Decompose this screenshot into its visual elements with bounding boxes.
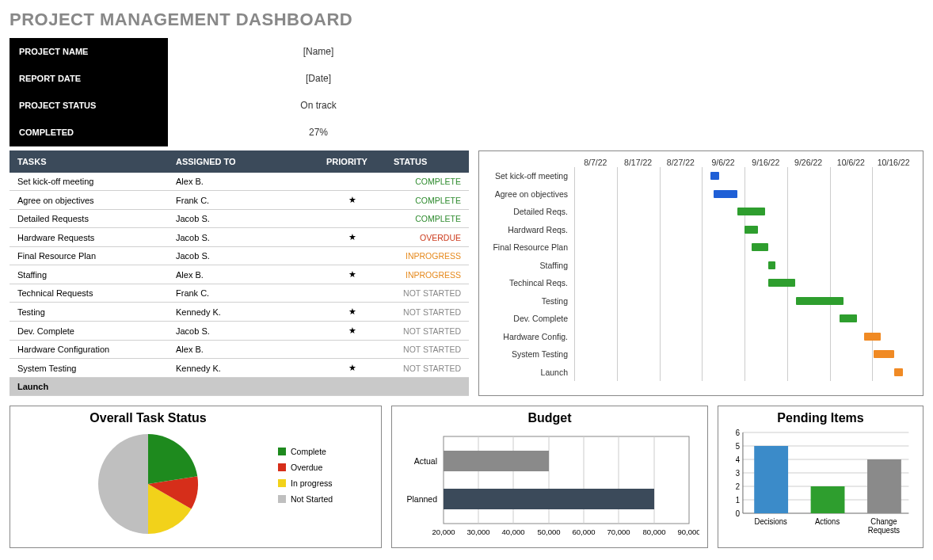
svg-rect-7 bbox=[444, 451, 549, 471]
svg-text:30,000: 30,000 bbox=[466, 528, 489, 536]
gantt-label: Hardware Config. bbox=[479, 332, 574, 341]
svg-rect-34 bbox=[754, 446, 788, 513]
gantt-bar bbox=[744, 226, 758, 234]
svg-text:Planned: Planned bbox=[406, 494, 437, 504]
gantt-bar bbox=[874, 350, 894, 358]
gantt-row: Agree on objectives bbox=[479, 185, 915, 204]
gantt-row: Final Resource Plan bbox=[479, 238, 915, 257]
svg-text:60,000: 60,000 bbox=[572, 528, 595, 536]
gantt-label: Set kick-off meeting bbox=[479, 171, 574, 181]
svg-text:6: 6 bbox=[736, 429, 740, 437]
svg-text:Actual: Actual bbox=[414, 456, 437, 466]
gantt-label: Hardward Reqs. bbox=[479, 225, 574, 234]
pie-legend: CompleteOverdueIn progressNot Started bbox=[278, 411, 373, 539]
legend-swatch bbox=[278, 479, 286, 487]
gantt-date: 8/7/22 bbox=[574, 158, 617, 167]
svg-text:0: 0 bbox=[736, 509, 741, 518]
value-completed: 27% bbox=[168, 127, 469, 138]
budget-chart-card: Budget Actual Planned 20,00030,00040,000… bbox=[391, 406, 708, 548]
legend-item: Not Started bbox=[278, 494, 373, 504]
legend-item: Complete bbox=[278, 447, 373, 456]
gantt-label: Testing bbox=[479, 296, 574, 306]
pie-chart-card: Overall Task Status CompleteOverd bbox=[10, 406, 382, 548]
tasks-table: TASKS ASSIGNED TO PRIORITY STATUS Set ki… bbox=[10, 150, 469, 396]
svg-text:2: 2 bbox=[736, 482, 740, 491]
table-row: StaffingAlex B.★INPROGRESS bbox=[10, 265, 469, 284]
svg-text:Change: Change bbox=[870, 517, 897, 526]
gantt-date: 9/26/22 bbox=[787, 158, 830, 167]
svg-text:Decisions: Decisions bbox=[755, 517, 787, 526]
pie-chart bbox=[89, 429, 208, 539]
table-row: Set kick-off meetingAlex B.COMPLETE bbox=[10, 173, 469, 191]
gantt-row: Dev. Complete bbox=[479, 310, 915, 328]
legend-swatch bbox=[278, 463, 286, 471]
gantt-label: System Testing bbox=[479, 349, 574, 359]
gantt-date: 10/6/22 bbox=[830, 158, 873, 167]
gantt-bar bbox=[894, 368, 903, 376]
gantt-label: Launch bbox=[479, 368, 574, 377]
value-report-date: [Date] bbox=[168, 73, 469, 84]
svg-text:80,000: 80,000 bbox=[642, 528, 665, 536]
legend-swatch bbox=[278, 495, 286, 503]
label-project-status: PROJECT STATUS bbox=[10, 92, 168, 120]
gantt-row: Hardware Config. bbox=[479, 328, 915, 346]
gantt-row: Staffing bbox=[479, 257, 915, 275]
page-title: PROJECT MANAGEMENT DASHBOARD bbox=[10, 10, 923, 30]
th-assigned: ASSIGNED TO bbox=[168, 150, 318, 173]
value-project-status: On track bbox=[168, 100, 469, 111]
table-row: Detailed RequestsJacob S.COMPLETE bbox=[10, 210, 469, 228]
table-row: Hardware ConfigurationAlex B.NOT STARTED bbox=[10, 341, 469, 359]
svg-text:20,000: 20,000 bbox=[432, 528, 455, 536]
label-project-name: PROJECT NAME bbox=[10, 38, 168, 66]
gantt-row: Techincal Reqs. bbox=[479, 274, 915, 292]
svg-text:70,000: 70,000 bbox=[607, 528, 630, 536]
gantt-row: Hardward Reqs. bbox=[479, 221, 915, 239]
gantt-bar bbox=[840, 314, 857, 322]
gantt-label: Staffing bbox=[479, 261, 574, 270]
svg-text:50,000: 50,000 bbox=[537, 528, 560, 536]
svg-text:1: 1 bbox=[736, 496, 740, 505]
gantt-chart: 8/7/228/17/228/27/229/6/229/16/229/26/22… bbox=[478, 150, 923, 396]
legend-swatch bbox=[278, 448, 286, 455]
launch-row: Launch bbox=[10, 378, 469, 396]
label-report-date: REPORT DATE bbox=[10, 65, 168, 93]
budget-chart: Actual Planned 20,00030,00040,000 50,000… bbox=[400, 429, 699, 539]
gantt-label: Detailed Reqs. bbox=[479, 207, 574, 216]
pie-title: Overall Task Status bbox=[18, 411, 278, 425]
svg-rect-36 bbox=[867, 459, 901, 513]
gantt-row: Testing bbox=[479, 292, 915, 310]
table-row: TestingKennedy K.★NOT STARTED bbox=[10, 303, 469, 322]
project-info: PROJECT NAME [Name] REPORT DATE [Date] P… bbox=[10, 38, 469, 146]
svg-rect-35 bbox=[811, 486, 845, 513]
gantt-bar bbox=[752, 243, 769, 251]
tasks-table-panel: TASKS ASSIGNED TO PRIORITY STATUS Set ki… bbox=[10, 150, 469, 396]
gantt-row: Launch bbox=[479, 364, 915, 382]
gantt-row: Set kick-off meeting bbox=[479, 167, 915, 185]
table-row: Dev. CompleteJacob S.★NOT STARTED bbox=[10, 322, 469, 341]
gantt-row: System Testing bbox=[479, 345, 915, 364]
gantt-bar bbox=[714, 190, 737, 198]
gantt-date: 10/16/22 bbox=[872, 158, 915, 167]
table-row: Technical RequestsFrank C.NOT STARTED bbox=[10, 284, 469, 303]
svg-text:5: 5 bbox=[736, 442, 741, 451]
th-task: TASKS bbox=[10, 150, 168, 173]
gantt-date: 9/6/22 bbox=[702, 158, 744, 167]
gantt-row: Detailed Reqs. bbox=[479, 203, 915, 221]
gantt-bar bbox=[710, 172, 719, 180]
svg-text:3: 3 bbox=[736, 469, 740, 478]
svg-text:4: 4 bbox=[736, 455, 741, 464]
gantt-label: Agree on objectives bbox=[479, 189, 574, 199]
table-row: System TestingKennedy K.★NOT STARTED bbox=[10, 359, 469, 378]
svg-text:Requests: Requests bbox=[868, 526, 900, 535]
gantt-date: 8/27/22 bbox=[660, 158, 703, 167]
table-row: Agree on objectivesFrank C.★COMPLETE bbox=[10, 191, 469, 210]
legend-item: In progress bbox=[278, 478, 373, 488]
budget-title: Budget bbox=[400, 411, 699, 425]
svg-text:40,000: 40,000 bbox=[501, 528, 524, 536]
svg-rect-0 bbox=[444, 436, 689, 524]
gantt-label: Final Resource Plan bbox=[479, 242, 574, 252]
pending-chart-card: Pending Items 654 3210 Dec bbox=[718, 406, 923, 548]
gantt-label: Techincal Reqs. bbox=[479, 278, 574, 288]
gantt-bar bbox=[768, 261, 775, 269]
th-status: STATUS bbox=[386, 150, 469, 173]
